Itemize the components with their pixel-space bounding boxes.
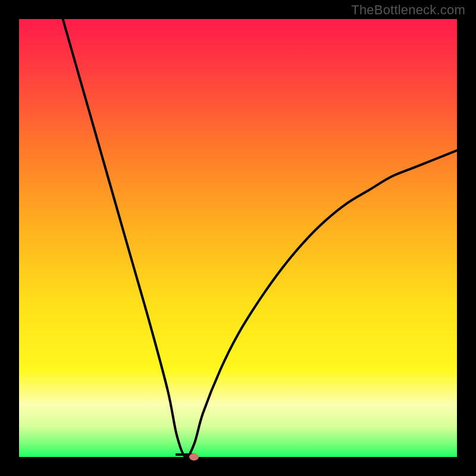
watermark-text: TheBottleneck.com bbox=[351, 2, 465, 18]
plot-area bbox=[19, 19, 457, 457]
current-point-marker bbox=[189, 453, 199, 461]
chart-root: TheBottleneck.com bbox=[0, 0, 476, 476]
bottleneck-curve bbox=[19, 19, 457, 457]
